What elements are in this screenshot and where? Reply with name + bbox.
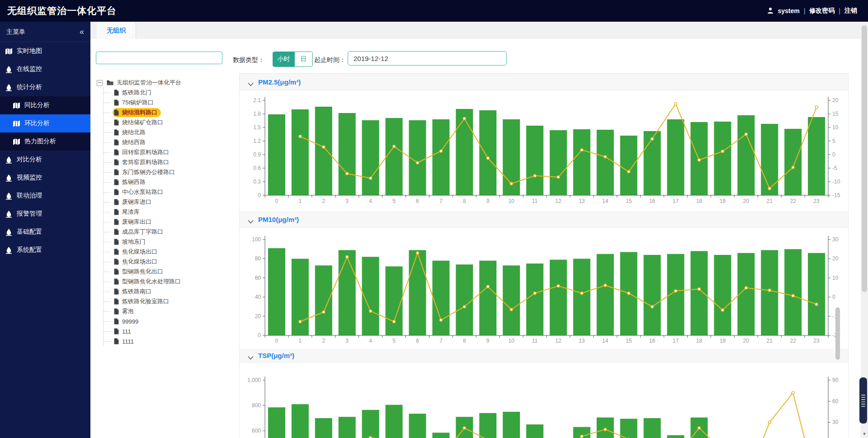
tree-node-1[interactable]: 75t锅炉路口 [104, 98, 226, 108]
sidebar-item-3[interactable]: 对比分析 [0, 151, 90, 169]
sidebar-menu: 实时地图在线监控统计分析同比分析环比分析热力图分析对比分析视频监控联动治理报警管… [0, 42, 90, 259]
tree-node-22[interactable]: 雾泡 [104, 306, 226, 316]
tree-node-21[interactable]: 炼铁路化验室路口 [104, 297, 226, 306]
bar [573, 259, 590, 335]
scrollbar-down-arrow[interactable]: ▼ [861, 431, 868, 437]
x-tick-label: 20 [743, 198, 750, 204]
file-icon [113, 119, 119, 126]
sidebar-item-6[interactable]: 报警管理 [0, 205, 90, 223]
tree-node-24[interactable]: 111 [104, 326, 226, 336]
tree-node-9[interactable]: 炼钢西路 [104, 177, 226, 187]
tree-node-17[interactable]: 焦化煤场出口 [104, 257, 226, 267]
bar [362, 410, 379, 438]
tree-node-11[interactable]: 废钢库进口 [104, 197, 226, 207]
tree-node-label: 东门炼钢办公楼路口 [122, 168, 175, 176]
file-icon [113, 278, 119, 285]
tree-collapse-icon[interactable] [97, 80, 103, 86]
chart-plot-1: 020406080100-20-100102030012345678910111… [240, 228, 847, 345]
tree-node-14[interactable]: 成品库丁字路口 [104, 227, 226, 237]
map-icon [13, 138, 20, 146]
sidebar-subitem-2-0[interactable]: 同比分析 [0, 96, 90, 114]
sidebar-item-label: 系统配置 [17, 246, 42, 254]
change-password-link[interactable]: 修改密码 [809, 7, 835, 15]
username[interactable]: system [778, 7, 799, 14]
tree-node-25[interactable]: 1111 [104, 336, 226, 346]
tree-node-4[interactable]: 烧结北路 [104, 127, 226, 137]
sidebar-item-4[interactable]: 视频监控 [0, 169, 90, 187]
svg-text:0.3: 0.3 [253, 179, 261, 185]
tree-node-label: 成品库丁字路口 [122, 228, 163, 236]
tab-strip: 无组织 [90, 22, 868, 39]
sidebar-subitem-2-1[interactable]: 环比分析 [0, 114, 90, 132]
bar [268, 114, 285, 195]
file-icon [113, 249, 119, 255]
sidebar-item-label: 报警管理 [17, 210, 42, 218]
x-tick-label: 1 [299, 198, 302, 204]
file-icon [113, 308, 119, 315]
tree-node-2[interactable]: 烧结混料路口 [104, 108, 226, 118]
floating-scroll-widget[interactable] [859, 377, 867, 424]
line-marker [416, 252, 419, 254]
tree-root-node[interactable]: 无组织监管治一体化平台 [97, 78, 226, 88]
day-toggle-button[interactable]: 日 [294, 52, 312, 66]
tree-node-3[interactable]: 烧结储矿仓路口 [104, 118, 226, 127]
tree-node-12[interactable]: 尾渣库 [104, 207, 226, 217]
tree-node-20[interactable]: 炼铁路南口 [104, 287, 226, 297]
sidebar-subitem-2-2[interactable]: 热力图分析 [0, 132, 90, 151]
tree-node-15[interactable]: 坡地东门 [104, 237, 226, 247]
tree-node-16[interactable]: 焦化煤场出口 [104, 247, 226, 257]
file-icon [113, 229, 119, 235]
line-marker [346, 172, 349, 175]
tab-wuzuzhi[interactable]: 无组织 [97, 22, 136, 39]
tree-node-label: 烧结西路 [122, 138, 146, 146]
tree-search-input[interactable] [96, 52, 222, 64]
tree-node-6[interactable]: 回转窑原料场路口 [104, 147, 226, 157]
date-range-input[interactable] [348, 51, 507, 66]
window-scrollbar-thumb[interactable] [862, 25, 867, 292]
tree-node-19[interactable]: 型钢路焦化水处理路口 [104, 277, 226, 287]
sidebar-item-7[interactable]: 基础配置 [0, 223, 90, 241]
sidebar-header-label: 主菜单 [6, 22, 25, 42]
tree-node-label: 烧结混料路口 [122, 108, 157, 117]
chart-header-0[interactable]: PM2.5(μg/m³) [240, 74, 848, 90]
content-scrollbar-thumb[interactable] [835, 307, 840, 360]
tree-node-18[interactable]: 型钢路焦化出口 [104, 267, 226, 277]
hour-toggle-button[interactable]: 小时 [273, 52, 294, 66]
file-icon [113, 219, 119, 225]
svg-text:30: 30 [832, 419, 839, 425]
sidebar-item-8[interactable]: 系统配置 [0, 241, 90, 259]
logout-link[interactable]: 注销 [844, 7, 857, 15]
sidebar-item-5[interactable]: 联动治理 [0, 187, 90, 205]
x-tick-label: 17 [673, 338, 679, 344]
tree-node-0[interactable]: 炼铁路北门 [104, 88, 226, 98]
x-tick-label: 6 [416, 198, 419, 204]
sidebar-item-0[interactable]: 实时地图 [0, 42, 90, 60]
data-type-toggle: 小时 日 [273, 52, 313, 67]
x-tick-label: 15 [626, 198, 632, 204]
x-tick-label: 11 [532, 338, 538, 344]
tree-node-10[interactable]: 中心水泵站路口 [104, 187, 226, 197]
tree-node-label: 废钢库出口 [122, 218, 151, 226]
tree-node-23[interactable]: 99999 [104, 316, 226, 326]
tree-node-label: 75t锅炉路口 [122, 99, 154, 107]
sidebar-item-2[interactable]: 统计分析 [0, 78, 90, 96]
line-marker [604, 284, 607, 287]
chart-header-1[interactable]: PM10(μg/m³) [240, 211, 848, 228]
tree-node-5[interactable]: 烧结西路 [104, 137, 226, 147]
bar [409, 250, 426, 335]
window-scrollbar-track[interactable] [861, 22, 868, 438]
tree-node-label: 回转窑原料场路口 [122, 148, 169, 156]
tree-node-8[interactable]: 东门炼钢办公楼路口 [104, 167, 226, 177]
chart-header-2[interactable]: TSP(μg/m³) [240, 349, 848, 363]
tree-node-13[interactable]: 废钢库出口 [104, 217, 226, 227]
file-icon [113, 288, 119, 295]
svg-text:0: 0 [258, 332, 261, 339]
file-icon [113, 149, 119, 155]
bar [362, 120, 379, 195]
sidebar-item-1[interactable]: 在线监控 [0, 60, 90, 78]
tree-node-7[interactable]: 套筒窑原料场路口 [104, 157, 226, 167]
x-tick-label: 7 [439, 198, 443, 204]
collapse-sidebar-icon[interactable]: « [80, 22, 84, 42]
bar [526, 264, 543, 335]
file-icon [113, 129, 119, 136]
